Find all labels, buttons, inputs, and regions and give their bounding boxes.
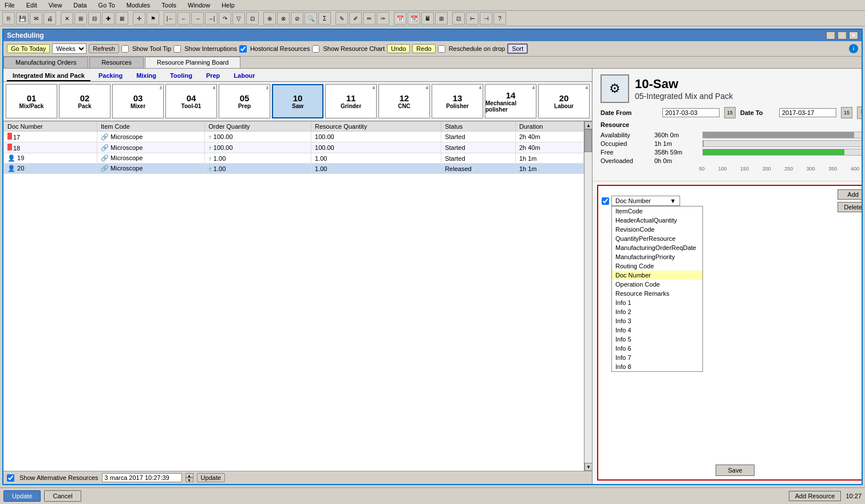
tb-copy[interactable]: ⎘ bbox=[2, 12, 15, 25]
table-row[interactable]: 👤 20🔗 Microscope↑ 1.001.00Released1h 1m bbox=[4, 164, 584, 174]
table-row[interactable]: 17🔗 Microscope↑ 100.00100.00Started2h 40… bbox=[4, 132, 584, 142]
show-tool-tip-checkbox[interactable] bbox=[121, 45, 129, 53]
close-button[interactable]: ✕ bbox=[849, 31, 858, 39]
res-tab-tooling[interactable]: Tooling bbox=[164, 71, 198, 81]
scroll-down-btn[interactable]: ▼ bbox=[584, 463, 592, 471]
resource-box-10[interactable]: 10Saw bbox=[272, 84, 323, 118]
resource-box-12[interactable]: 412CNC bbox=[378, 84, 430, 118]
tb-cal1[interactable]: 📅 bbox=[394, 12, 406, 25]
tb-arrow[interactable]: ✛ bbox=[133, 12, 145, 25]
dropdown-item[interactable]: ManufacturingPriority bbox=[612, 252, 702, 261]
dropdown-item[interactable]: Resource Remarks bbox=[612, 289, 702, 298]
resource-box-01[interactable]: 01Mix/Pack bbox=[6, 84, 57, 118]
scroll-track[interactable] bbox=[584, 129, 592, 463]
dropdown-item[interactable]: Routing Code bbox=[612, 261, 702, 271]
datetime-input[interactable] bbox=[102, 473, 182, 482]
res-tab-mixing[interactable]: Mixing bbox=[131, 71, 162, 81]
tb-print[interactable]: 🖨 bbox=[44, 12, 56, 25]
menu-modules[interactable]: Modules bbox=[124, 1, 153, 9]
scroll-thumb[interactable] bbox=[584, 129, 592, 152]
tb-filter[interactable]: ▽ bbox=[232, 12, 245, 25]
tb-d1[interactable]: ⊡ bbox=[452, 12, 465, 25]
menu-window[interactable]: Window bbox=[185, 1, 212, 9]
resource-box-02[interactable]: 02Pack bbox=[59, 84, 110, 118]
res-tab-labour[interactable]: Labour bbox=[228, 71, 260, 81]
tb-sigma[interactable]: Σ bbox=[318, 12, 331, 25]
tb-grid[interactable]: ⊞ bbox=[74, 12, 87, 25]
tb-d2[interactable]: ⊢ bbox=[466, 12, 479, 25]
vertical-scrollbar[interactable]: ▲ ▼ bbox=[584, 121, 592, 471]
tb-paste[interactable]: ⊘ bbox=[291, 12, 303, 25]
dropdown-item[interactable]: Info 3 bbox=[612, 316, 702, 326]
show-interruptions-checkbox[interactable] bbox=[173, 45, 181, 53]
tab-manufacturing-orders[interactable]: Manufacturing Orders bbox=[3, 57, 88, 68]
resource-box-03[interactable]: 303Mixer bbox=[112, 84, 164, 118]
res-tab-packing[interactable]: Packing bbox=[93, 71, 128, 81]
add-resource-button[interactable]: Add Resource bbox=[789, 491, 842, 501]
reschedule-on-drop-checkbox[interactable] bbox=[438, 45, 445, 53]
dropdown-item[interactable]: Info 8 bbox=[612, 362, 702, 371]
resource-box-05[interactable]: 305Prep bbox=[219, 84, 270, 118]
resource-box-14[interactable]: 414Mechanical polisher bbox=[485, 84, 536, 118]
dropdown-item[interactable]: Info 7 bbox=[612, 353, 702, 362]
minimize-button[interactable]: _ bbox=[826, 31, 835, 39]
menu-file[interactable]: File bbox=[2, 1, 17, 9]
refresh-button[interactable]: Refresh bbox=[89, 44, 119, 53]
tb-edit1[interactable]: ✎ bbox=[335, 12, 348, 25]
update-button[interactable]: Update bbox=[3, 490, 41, 502]
tb-calc[interactable]: 🖩 bbox=[421, 12, 434, 25]
info-icon[interactable]: i bbox=[849, 44, 858, 53]
dropdown-item[interactable]: Info 2 bbox=[612, 307, 702, 316]
tb-cross[interactable]: ⊠ bbox=[116, 12, 128, 25]
dropdown-item[interactable]: ItemCode bbox=[612, 207, 702, 216]
table-row[interactable]: 👤 19🔗 Microscope↑ 1.001.00Started1h 1m bbox=[4, 153, 584, 164]
menu-view[interactable]: View bbox=[46, 1, 65, 9]
dropdown-item[interactable]: Doc Number bbox=[612, 271, 702, 280]
tb-fwd-end[interactable]: →| bbox=[205, 12, 218, 25]
dropdown-item[interactable]: Info 5 bbox=[612, 335, 702, 344]
sort-checkbox[interactable] bbox=[602, 197, 609, 205]
historical-resources-checkbox[interactable] bbox=[239, 45, 247, 53]
date-from-input[interactable] bbox=[662, 108, 720, 117]
update-datetime-button[interactable]: Update bbox=[197, 473, 225, 482]
tb-copy2[interactable]: ⊕ bbox=[263, 12, 276, 25]
tab-resource-planning-board[interactable]: Resource Planning Board bbox=[145, 57, 240, 68]
delete-sort-button[interactable]: Delete bbox=[838, 202, 862, 212]
tb-edit2[interactable]: ✐ bbox=[349, 12, 362, 25]
menu-tools[interactable]: Tools bbox=[159, 1, 179, 9]
date-to-calendar-btn[interactable]: 15 bbox=[841, 107, 852, 118]
res-tab-prep[interactable]: Prep bbox=[200, 71, 226, 81]
menu-edit[interactable]: Edit bbox=[24, 1, 40, 9]
tb-flag[interactable]: ⚑ bbox=[147, 12, 159, 25]
menu-goto[interactable]: Go To bbox=[96, 1, 117, 9]
datetime-down[interactable]: ▼ bbox=[185, 478, 193, 482]
tb-edit3[interactable]: ✏ bbox=[363, 12, 376, 25]
tb-help[interactable]: ? bbox=[493, 12, 506, 25]
go-to-today-button[interactable]: Go To Today bbox=[7, 44, 50, 53]
tb-fwd[interactable]: → bbox=[191, 12, 204, 25]
table-row[interactable]: 18🔗 Microscope↑ 100.00100.00Started2h 40… bbox=[4, 142, 584, 153]
period-select[interactable]: Weeks bbox=[52, 43, 86, 54]
scroll-up-btn[interactable]: ▲ bbox=[584, 121, 592, 129]
cancel-button[interactable]: Cancel bbox=[44, 490, 81, 502]
tb-d3[interactable]: ⊣ bbox=[480, 12, 492, 25]
tb-cal2[interactable]: 📆 bbox=[408, 12, 420, 25]
tb-x1[interactable]: ✕ bbox=[61, 12, 73, 25]
dropdown-item[interactable]: RevisionCode bbox=[612, 225, 702, 234]
tb-refresh[interactable]: ↷ bbox=[219, 12, 231, 25]
tb-edit4[interactable]: ✑ bbox=[377, 12, 389, 25]
date-from-calendar-btn[interactable]: 15 bbox=[724, 107, 736, 118]
dropdown-item[interactable]: Operation Code bbox=[612, 280, 702, 289]
date-to-input[interactable] bbox=[779, 108, 836, 117]
save-sort-button[interactable]: Save bbox=[716, 465, 754, 476]
tb-minus[interactable]: ⊟ bbox=[88, 12, 101, 25]
dropdown-item[interactable]: Info 1 bbox=[612, 298, 702, 307]
dropdown-item[interactable]: Info 4 bbox=[612, 326, 702, 335]
resource-box-20[interactable]: 420Labour bbox=[538, 84, 590, 118]
tb-back-start[interactable]: |← bbox=[164, 12, 176, 25]
redo-button[interactable]: Redo bbox=[412, 44, 435, 53]
tb-group[interactable]: ⊞ bbox=[435, 12, 448, 25]
resource-box-11[interactable]: 411Grinder bbox=[325, 84, 377, 118]
tb-find[interactable]: 🔍 bbox=[305, 12, 317, 25]
dropdown-item[interactable]: HeaderActualQuantity bbox=[612, 216, 702, 225]
